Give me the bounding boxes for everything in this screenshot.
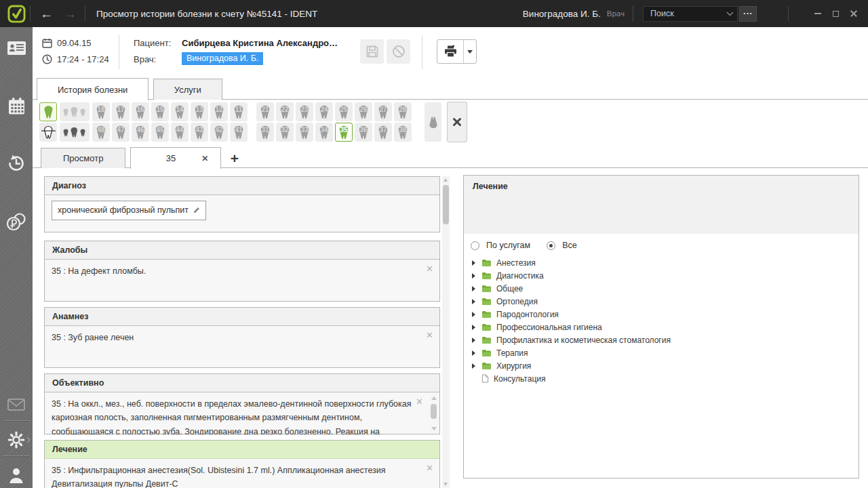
chevron-down-icon[interactable] xyxy=(726,12,734,16)
radio-all[interactable] xyxy=(547,241,555,250)
tree-item[interactable]: Общее xyxy=(464,282,859,295)
expand-icon[interactable] xyxy=(472,299,475,304)
print-options-button[interactable] xyxy=(464,40,476,63)
close-teeth-panel-button[interactable] xyxy=(447,102,467,142)
tab-tooth-35[interactable]: 35 ✕ xyxy=(130,147,222,169)
tooth-button-28[interactable]: 28 xyxy=(394,102,412,121)
current-user[interactable]: Виноградова И. Б. xyxy=(523,9,601,19)
sidebar-item-patient-card[interactable] xyxy=(0,37,33,60)
tree-item[interactable]: Ортопедия xyxy=(464,295,859,308)
tab-view[interactable]: Просмотр xyxy=(41,148,125,168)
sidebar-item-schedule[interactable] xyxy=(0,94,33,117)
tab-services[interactable]: Услуги xyxy=(153,79,222,100)
sidebar-item-profile[interactable] xyxy=(0,464,33,487)
tooth-button-27[interactable]: 27 xyxy=(374,102,392,121)
tree-item[interactable]: Терапия xyxy=(464,346,859,359)
flip-jaw-button[interactable] xyxy=(425,102,441,142)
expand-icon[interactable] xyxy=(472,260,475,266)
denture-teeth-toggle[interactable] xyxy=(39,123,57,142)
tree-item[interactable]: Анестезия xyxy=(464,256,859,269)
adult-teeth-toggle[interactable] xyxy=(60,123,90,142)
search-more-button[interactable]: ... xyxy=(739,6,757,22)
save-button[interactable] xyxy=(360,39,384,64)
tooth-button-22[interactable]: 22 xyxy=(276,102,294,121)
tooth-button-24[interactable]: 24 xyxy=(315,102,333,121)
treatment-text[interactable]: 35 : Инфильтрационная анестезия(Sol. Ubi… xyxy=(52,466,386,488)
tooth-button-21[interactable]: 21 xyxy=(256,102,274,121)
tooth-button-45[interactable]: 45 xyxy=(151,123,169,142)
objective-text[interactable]: 35 : На оккл., мез., неб. поверхности в … xyxy=(52,399,412,434)
tooth-button-13[interactable]: 13 xyxy=(191,102,208,121)
tooth-button-25[interactable]: 25 xyxy=(335,102,353,121)
tooth-button-41[interactable]: 41 xyxy=(230,123,248,142)
expand-icon[interactable] xyxy=(472,312,475,317)
sidebar-item-payments[interactable] xyxy=(0,211,33,234)
scroll-thumb[interactable] xyxy=(443,185,449,224)
expand-icon[interactable] xyxy=(472,363,475,369)
close-window-button[interactable] xyxy=(850,10,857,17)
scroll-up-icon[interactable] xyxy=(443,178,448,182)
scroll-up-icon[interactable] xyxy=(431,396,437,400)
sidebar-item-settings[interactable] xyxy=(0,428,33,451)
patient-name[interactable]: Сибирцева Кристина Александро… xyxy=(182,36,338,49)
scroll-down-icon[interactable] xyxy=(443,483,448,486)
expand-icon[interactable] xyxy=(472,325,475,330)
tooth-button-38[interactable]: 38 xyxy=(394,123,412,142)
tree-item[interactable]: Профилактика и косметическая стоматологи… xyxy=(464,333,859,346)
expand-icon[interactable] xyxy=(472,338,475,343)
tree-item[interactable]: Профессиональная гигиена xyxy=(464,321,859,333)
tooth-button-31[interactable]: 31 xyxy=(256,123,274,142)
remove-entry-button[interactable]: ✕ xyxy=(416,397,423,406)
tooth-button-47[interactable]: 47 xyxy=(112,123,130,142)
tab-medical-history[interactable]: История болезни xyxy=(37,78,149,100)
print-button[interactable] xyxy=(437,40,464,63)
radio-by-services[interactable] xyxy=(471,241,479,250)
scroll-down-icon[interactable] xyxy=(431,427,437,430)
search-box[interactable] xyxy=(643,6,738,22)
sidebar-item-history[interactable] xyxy=(0,152,33,175)
maximize-button[interactable] xyxy=(833,11,839,17)
expand-icon[interactable] xyxy=(472,286,475,291)
close-tab-icon[interactable]: ✕ xyxy=(201,154,208,163)
tooth-button-34[interactable]: 34 xyxy=(315,123,333,142)
tooth-button-44[interactable]: 44 xyxy=(171,123,189,142)
remove-entry-button[interactable]: ✕ xyxy=(426,264,433,273)
tooth-button-18[interactable]: 18 xyxy=(92,102,110,121)
edit-pencil-icon[interactable] xyxy=(193,207,200,214)
radio-all-label[interactable]: Все xyxy=(562,241,577,250)
add-tab-button[interactable]: + xyxy=(231,149,239,168)
expand-icon[interactable] xyxy=(472,350,475,356)
tooth-button-17[interactable]: 17 xyxy=(112,102,130,121)
tooth-button-42[interactable]: 42 xyxy=(210,123,228,142)
tooth-button-14[interactable]: 14 xyxy=(171,102,189,121)
minimize-button[interactable] xyxy=(814,13,821,14)
doctor-name[interactable]: Виноградова И. Б. xyxy=(182,52,263,65)
complaints-text[interactable]: 35 : На дефект пломбы. xyxy=(52,266,146,276)
tooth-button-33[interactable]: 33 xyxy=(296,123,313,142)
expand-icon[interactable] xyxy=(472,273,475,279)
radio-by-services-label[interactable]: По услугам xyxy=(486,241,530,250)
baby-teeth-toggle[interactable] xyxy=(60,102,90,121)
cancel-button[interactable] xyxy=(387,39,410,64)
tooth-button-23[interactable]: 23 xyxy=(296,102,313,121)
tooth-button-12[interactable]: 12 xyxy=(210,102,228,121)
tooth-button-11[interactable]: 11 xyxy=(230,102,248,121)
remove-entry-button[interactable]: ✕ xyxy=(426,464,433,472)
tooth-button-46[interactable]: 46 xyxy=(132,123,149,142)
objective-scrollbar[interactable] xyxy=(429,394,438,433)
tooth-button-36[interactable]: 36 xyxy=(355,123,372,142)
tree-item[interactable]: Пародонтология xyxy=(464,308,859,321)
sidebar-item-mail[interactable] xyxy=(0,393,33,416)
scroll-thumb[interactable] xyxy=(431,404,437,419)
diagnosis-chip[interactable]: хронический фиброзный пульпит xyxy=(52,201,206,220)
tree-item[interactable]: Хирургия xyxy=(464,359,859,372)
tree-item[interactable]: Диагностика xyxy=(464,269,859,282)
remove-entry-button[interactable]: ✕ xyxy=(426,331,433,340)
tooth-button-15[interactable]: 15 xyxy=(151,102,169,121)
tooth-button-35[interactable]: 35 xyxy=(335,123,353,142)
permanent-teeth-toggle[interactable] xyxy=(39,102,57,121)
anamnesis-text[interactable]: 35 : Зуб ранее лечен xyxy=(52,333,134,342)
tree-item[interactable]: Консультация xyxy=(464,372,859,385)
tooth-button-37[interactable]: 37 xyxy=(374,123,392,142)
tooth-button-26[interactable]: 26 xyxy=(355,102,372,121)
